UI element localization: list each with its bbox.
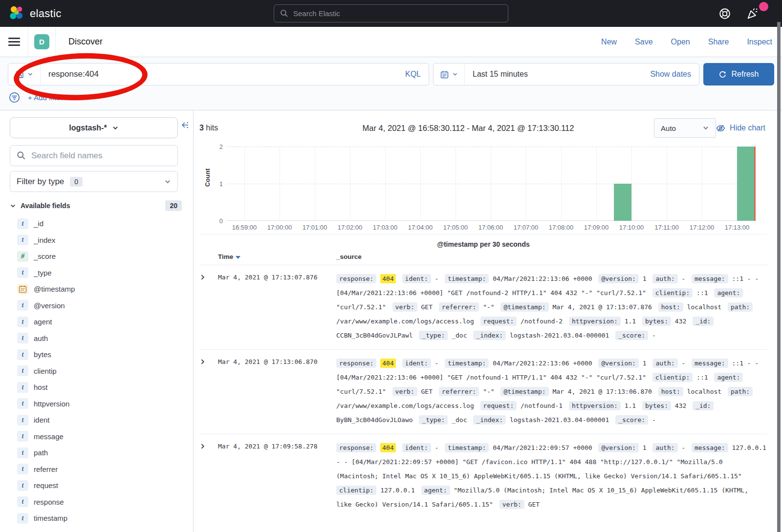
collapse-sidebar-button[interactable] xyxy=(180,121,189,129)
time-column-header[interactable]: Time xyxy=(218,253,233,260)
field-name: timestamp xyxy=(34,514,67,522)
field-key: message: xyxy=(692,274,728,283)
field-item-@version[interactable]: t@version xyxy=(10,298,186,314)
source-column-header: _source xyxy=(336,253,362,260)
field-item-host[interactable]: thost xyxy=(10,379,186,396)
date-picker: Last 15 minutes Show dates xyxy=(433,63,699,85)
field-item-httpversion[interactable]: thttpversion xyxy=(10,396,186,412)
index-pattern-select[interactable]: logstash-* xyxy=(10,117,178,138)
text-type-icon: t xyxy=(17,333,28,343)
text-type-icon: t xyxy=(17,234,28,245)
field-value: 1.1 xyxy=(625,318,636,325)
x-tick-label: 17:02:00 xyxy=(338,224,363,231)
x-axis-label: @timestamp per 30 seconds xyxy=(199,240,767,248)
notification-dot xyxy=(759,2,768,11)
histogram-bar[interactable] xyxy=(737,147,755,221)
hide-chart-button[interactable]: Hide chart xyxy=(716,124,767,133)
filter-by-type-select[interactable]: Filter by type 0 xyxy=(10,171,178,192)
sort-desc-icon[interactable] xyxy=(236,256,240,259)
x-tick-label: 17:00:00 xyxy=(267,224,292,231)
field-value-highlighted: 404 xyxy=(380,359,395,368)
global-search-input[interactable]: Search Elastic xyxy=(274,4,508,22)
eye-slash-icon xyxy=(716,124,725,133)
field-value: CCBN_3cB04dGovJLPawl xyxy=(336,332,413,339)
field-item-_index[interactable]: t_index xyxy=(10,232,186,249)
field-name: _type xyxy=(34,269,52,277)
field-key: _id: xyxy=(693,317,714,326)
field-item-referrer[interactable]: treferrer xyxy=(10,461,186,478)
new-button[interactable]: New xyxy=(601,38,617,46)
field-item-clientip[interactable]: tclientip xyxy=(10,363,186,380)
field-item-_score[interactable]: #_score xyxy=(10,248,186,265)
filter-icon[interactable] xyxy=(9,92,20,103)
query-input[interactable]: response:404 xyxy=(41,69,397,79)
field-value: localhost xyxy=(687,303,721,311)
field-item-request[interactable]: trequest xyxy=(10,477,186,494)
field-item-_id[interactable]: t_id xyxy=(10,215,186,232)
field-key: _type: xyxy=(419,415,448,425)
index-pattern-label: logstash-* xyxy=(69,124,107,132)
expand-row-button[interactable] xyxy=(199,356,218,427)
field-item-agent[interactable]: tagent xyxy=(10,314,186,330)
field-key: auth: xyxy=(652,274,677,283)
field-item-response[interactable]: tresponse xyxy=(10,494,186,511)
date-picker-calendar-button[interactable] xyxy=(434,64,465,85)
x-tick-label: 17:08:00 xyxy=(549,224,574,231)
field-key: @version: xyxy=(598,443,638,452)
histogram-interval-select[interactable]: Auto xyxy=(654,118,716,138)
chevron-down-icon xyxy=(452,71,458,77)
share-button[interactable]: Share xyxy=(708,38,729,46)
x-tick-label: 17:07:00 xyxy=(514,224,539,231)
row-source: response: 404 ident: - timestamp: 04/Mar… xyxy=(336,272,767,342)
field-search-input[interactable]: Search field names xyxy=(10,145,178,166)
field-key: referrer: xyxy=(439,302,479,312)
field-item-@timestamp[interactable]: @timestamp xyxy=(10,281,186,298)
refresh-button[interactable]: Refresh xyxy=(703,63,774,85)
query-language-button[interactable]: KQL xyxy=(397,70,429,79)
field-value: logstash-2021.03.04-000001 xyxy=(510,416,609,424)
field-item-auth[interactable]: tauth xyxy=(10,330,186,347)
field-value: 1 xyxy=(643,444,647,451)
time-range-end-marker xyxy=(754,147,756,221)
scrollbar[interactable] xyxy=(777,22,781,532)
field-key: _index: xyxy=(473,415,506,425)
chevron-down-icon xyxy=(27,71,33,77)
field-key: httpversion: xyxy=(569,401,621,410)
field-key: bytes: xyxy=(642,401,671,410)
field-key: ident: xyxy=(402,443,431,452)
add-filter-button[interactable]: + Add filter xyxy=(28,93,63,102)
available-fields-toggle[interactable]: Available fields 20 xyxy=(10,200,182,211)
available-fields-count: 20 xyxy=(165,200,182,211)
field-value: Mar 4, 2021 @ 17:13:07.876 xyxy=(552,303,652,311)
expand-row-button[interactable] xyxy=(199,272,218,342)
field-value: - xyxy=(652,332,656,339)
field-item-timestamp[interactable]: ttimestamp xyxy=(10,510,186,527)
row-timestamp: Mar 4, 2021 @ 17:13:07.876 xyxy=(218,272,336,342)
discover-app-badge[interactable]: D xyxy=(34,34,49,49)
elastic-logo[interactable]: elastic xyxy=(9,5,61,21)
help-icon[interactable] xyxy=(718,7,731,20)
histogram-bar[interactable] xyxy=(614,184,631,221)
field-item-bytes[interactable]: tbytes xyxy=(10,346,186,363)
inspect-button[interactable]: Inspect xyxy=(747,38,772,46)
time-range-value[interactable]: Last 15 minutes xyxy=(465,70,642,79)
field-item-ident[interactable]: tident xyxy=(10,412,186,428)
main-menu-button[interactable] xyxy=(0,27,28,57)
y-axis-label: Count xyxy=(204,169,211,187)
field-key: agent: xyxy=(714,288,743,298)
show-dates-button[interactable]: Show dates xyxy=(642,70,699,79)
field-key: referrer: xyxy=(439,387,479,396)
saved-query-menu-button[interactable] xyxy=(8,64,41,85)
field-value: logstash-2021.03.04-000001 xyxy=(510,332,609,339)
field-item-_type[interactable]: t_type xyxy=(10,265,186,281)
save-button[interactable]: Save xyxy=(635,38,652,46)
open-button[interactable]: Open xyxy=(671,38,690,46)
newsfeed-icon[interactable] xyxy=(746,7,760,21)
field-item-message[interactable]: tmessage xyxy=(10,428,186,445)
field-item-path[interactable]: tpath xyxy=(10,445,186,461)
field-name: auth xyxy=(34,334,48,342)
field-value: - xyxy=(681,275,685,282)
expand-row-button[interactable] xyxy=(199,441,218,511)
field-value: _doc xyxy=(452,332,467,339)
field-name: message xyxy=(34,432,64,441)
